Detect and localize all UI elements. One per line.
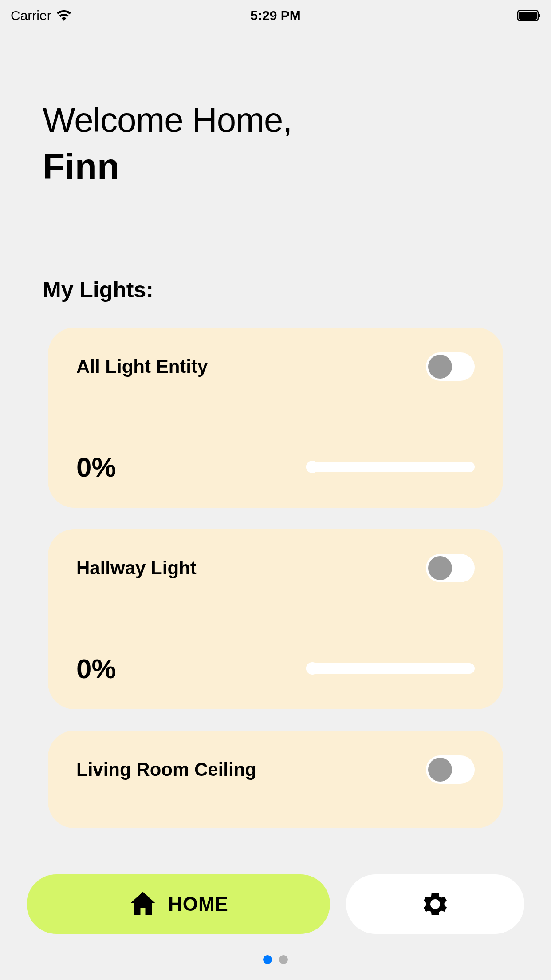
light-toggle[interactable] [426,755,475,784]
settings-button[interactable] [346,874,524,934]
battery-icon [517,10,540,21]
user-name: Finn [43,145,508,188]
welcome-label: Welcome Home, [43,99,508,141]
page-indicator [263,955,288,964]
carrier-label: Carrier [11,8,51,23]
section-title: My Lights: [43,277,508,303]
slider-thumb [306,461,319,473]
home-icon [128,889,157,919]
svg-rect-2 [539,14,540,17]
brightness-value: 0% [76,451,116,483]
status-bar-right [517,10,540,21]
lights-container: All Light Entity 0% Hallway Light [43,328,508,828]
light-name: All Light Entity [76,356,208,377]
card-header: Hallway Light [76,554,475,582]
light-card-living-room[interactable]: Living Room Ceiling [48,731,503,828]
card-header: Living Room Ceiling [76,755,475,784]
page-dot[interactable] [279,955,288,964]
wifi-icon [57,10,71,21]
main-content: Welcome Home, Finn My Lights: All Light … [0,28,551,828]
light-name: Hallway Light [76,557,197,579]
brightness-value: 0% [76,653,116,684]
status-time: 5:29 PM [250,8,300,23]
card-header: All Light Entity [76,352,475,381]
toggle-knob [428,355,452,379]
svg-rect-1 [519,12,537,20]
status-bar: Carrier 5:29 PM [0,0,551,28]
light-card-hallway[interactable]: Hallway Light 0% [48,529,503,709]
light-toggle[interactable] [426,554,475,582]
toggle-knob [428,758,452,782]
slider-thumb [306,662,319,675]
gear-icon [421,889,450,919]
bottom-nav: HOME [27,874,524,934]
status-bar-left: Carrier [11,8,71,23]
light-name: Living Room Ceiling [76,759,256,780]
brightness-slider[interactable] [306,462,475,472]
light-toggle[interactable] [426,352,475,381]
card-bottom: 0% [76,451,475,483]
home-label: HOME [168,893,228,915]
toggle-knob [428,556,452,580]
light-card-all[interactable]: All Light Entity 0% [48,328,503,508]
home-button[interactable]: HOME [27,874,330,934]
page-dot-active[interactable] [263,955,272,964]
brightness-slider[interactable] [306,663,475,674]
card-bottom: 0% [76,653,475,684]
